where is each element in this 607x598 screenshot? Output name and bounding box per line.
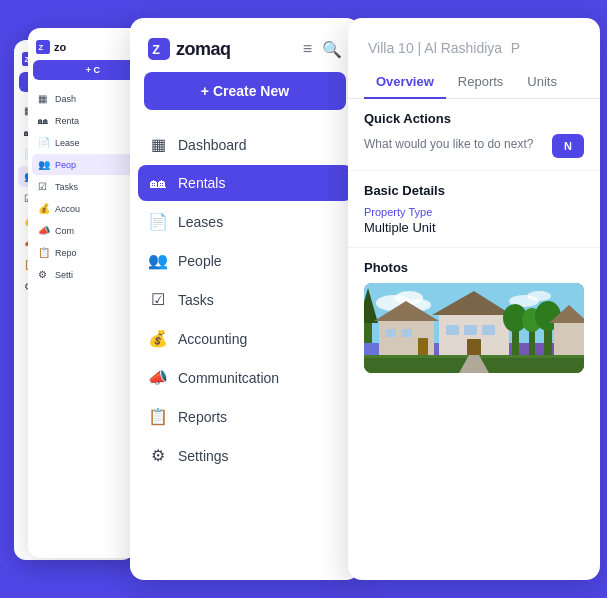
accounting-icon: 💰 bbox=[148, 329, 168, 348]
photos-section: Photos bbox=[348, 248, 600, 385]
communication-icon: 📣 bbox=[148, 368, 168, 387]
sidebar-item-settings[interactable]: ⚙ Settings bbox=[138, 437, 352, 474]
svg-rect-22 bbox=[464, 325, 477, 335]
svg-rect-24 bbox=[467, 339, 481, 357]
basic-details-section: Basic Details Property Type Multiple Uni… bbox=[348, 171, 600, 248]
quick-actions-title: Quick Actions bbox=[364, 111, 584, 126]
sidebar-item-rentals[interactable]: 🏘 Rentals bbox=[138, 165, 352, 201]
property-title-text: Villa 10 | Al Rashidiya bbox=[368, 40, 502, 56]
search-icon[interactable]: 🔍 bbox=[322, 40, 342, 59]
photo-placeholder bbox=[364, 283, 584, 373]
people-icon: 👥 bbox=[148, 251, 168, 270]
tab-overview[interactable]: Overview bbox=[364, 66, 446, 99]
main-content: Villa 10 | Al Rashidiya P OverviewReport… bbox=[348, 18, 600, 580]
svg-rect-18 bbox=[418, 338, 428, 356]
main-sidebar: Z zomaq ≡ 🔍 + Create New ▦ Dashboard 🏘 R… bbox=[130, 18, 360, 580]
svg-rect-16 bbox=[386, 329, 396, 337]
svg-rect-23 bbox=[482, 325, 495, 335]
property-title: Villa 10 | Al Rashidiya P bbox=[364, 38, 520, 58]
rentals-icon: 🏘 bbox=[148, 174, 168, 192]
svg-rect-17 bbox=[402, 329, 412, 337]
content-header: Villa 10 | Al Rashidiya P bbox=[348, 18, 600, 58]
header-icons: ≡ 🔍 bbox=[303, 40, 342, 59]
sidebar-item-tasks[interactable]: ☑ Tasks bbox=[138, 281, 352, 318]
sidebar-item-label-people: People bbox=[178, 253, 222, 269]
sidebar-item-accounting[interactable]: 💰 Accounting bbox=[138, 320, 352, 357]
sidebar-item-label-communication: Communitcation bbox=[178, 370, 279, 386]
basic-details-title: Basic Details bbox=[364, 183, 584, 198]
property-type-value: Multiple Unit bbox=[364, 220, 584, 235]
house-photo-svg bbox=[364, 283, 584, 373]
sidebar-item-communication[interactable]: 📣 Communitcation bbox=[138, 359, 352, 396]
sidebar-item-dashboard[interactable]: ▦ Dashboard bbox=[138, 126, 352, 163]
next-button[interactable]: N bbox=[552, 134, 584, 158]
menu-icon[interactable]: ≡ bbox=[303, 40, 312, 58]
sidebar-item-reports[interactable]: 📋 Reports bbox=[138, 398, 352, 435]
sidebar-item-label-rentals: Rentals bbox=[178, 175, 225, 191]
dashboard-icon: ▦ bbox=[148, 135, 168, 154]
svg-text:Z: Z bbox=[152, 43, 160, 57]
svg-rect-31 bbox=[554, 323, 584, 355]
mini-logo-text-1: zo bbox=[54, 41, 66, 53]
tabs-row: OverviewReportsUnits bbox=[348, 58, 600, 99]
property-title-suffix: P bbox=[511, 40, 520, 56]
photos-title: Photos bbox=[364, 260, 584, 275]
sidebar-item-label-reports: Reports bbox=[178, 409, 227, 425]
nav-list: ▦ Dashboard 🏘 Rentals 📄 Leases 👥 People … bbox=[130, 126, 360, 474]
reports-icon: 📋 bbox=[148, 407, 168, 426]
sidebar-item-label-tasks: Tasks bbox=[178, 292, 214, 308]
sidebar-header: Z zomaq ≡ 🔍 bbox=[130, 18, 360, 72]
logo-text: zomaq bbox=[176, 39, 231, 60]
tab-units[interactable]: Units bbox=[515, 66, 569, 99]
leases-icon: 📄 bbox=[148, 212, 168, 231]
sidebar-item-label-settings: Settings bbox=[178, 448, 229, 464]
quick-actions-prompt: What would you like to do next? bbox=[364, 137, 533, 151]
sidebar-item-label-leases: Leases bbox=[178, 214, 223, 230]
sidebar-item-label-accounting: Accounting bbox=[178, 331, 247, 347]
property-type-label: Property Type bbox=[364, 206, 584, 218]
create-new-button[interactable]: + Create New bbox=[144, 72, 346, 110]
logo-area: Z zomaq bbox=[148, 38, 231, 60]
mini-logo-icon-1: Z bbox=[36, 40, 50, 54]
svg-rect-21 bbox=[446, 325, 459, 335]
sidebar-item-leases[interactable]: 📄 Leases bbox=[138, 203, 352, 240]
svg-point-11 bbox=[527, 291, 551, 301]
quick-actions-section: Quick Actions What would you like to do … bbox=[348, 99, 600, 171]
sidebar-item-label-dashboard: Dashboard bbox=[178, 137, 247, 153]
zomaq-logo-icon: Z bbox=[148, 38, 170, 60]
sidebar-item-people[interactable]: 👥 People bbox=[138, 242, 352, 279]
tab-reports[interactable]: Reports bbox=[446, 66, 516, 99]
quick-actions-row: What would you like to do next? N bbox=[364, 134, 584, 158]
settings-icon: ⚙ bbox=[148, 446, 168, 465]
svg-text:Z: Z bbox=[39, 43, 44, 52]
tasks-icon: ☑ bbox=[148, 290, 168, 309]
